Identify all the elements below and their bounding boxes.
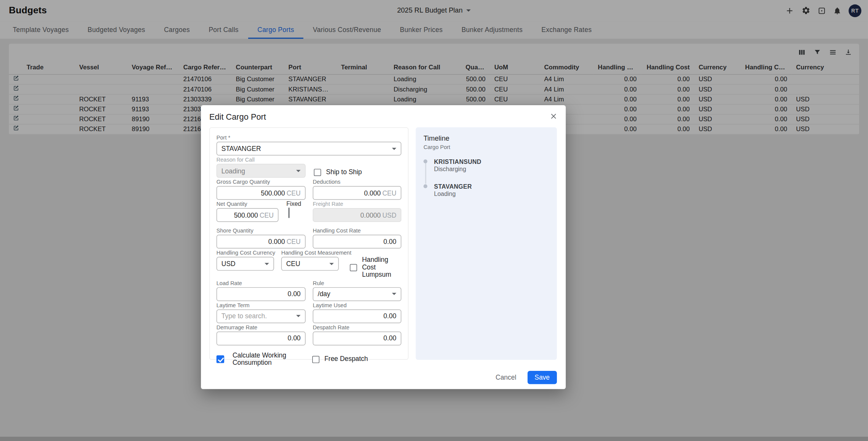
- free-despatch-label: Free Despatch: [324, 356, 368, 363]
- unit-suffix: USD: [382, 211, 396, 219]
- handling-cost-currency-label: Handling Cost Currency: [217, 250, 274, 256]
- despatch-rate-input[interactable]: 0.00: [313, 331, 401, 345]
- handling-cost-measurement-label: Handling Cost Measurement: [281, 250, 339, 256]
- handling-cost-lumpsum-label: Handling Cost Lumpsum: [362, 256, 402, 279]
- cargo-port-form: Port * STAVANGER Reason for Call Loading: [209, 127, 409, 360]
- shore-quantity-input[interactable]: 0.000CEU: [217, 235, 306, 249]
- deductions-label: Deductions: [313, 179, 401, 185]
- chevron-down-icon: [296, 315, 301, 317]
- chevron-down-icon: [296, 170, 301, 172]
- laytime-used-field: Laytime Used 0.00: [313, 302, 401, 323]
- port-label: Port *: [217, 135, 401, 141]
- gross-cargo-quantity-field: Gross Cargo Quantity 500.000CEU: [217, 179, 306, 200]
- shore-quantity-label: Shore Quantity: [217, 228, 306, 234]
- timeline-action: Discharging: [434, 165, 481, 172]
- handling-cost-lumpsum-checkbox-row: Handling Cost Lumpsum: [350, 256, 402, 279]
- unit-suffix: CEU: [287, 189, 301, 197]
- timeline-action: Loading: [434, 191, 472, 197]
- demurrage-rate-field: Demurrage Rate 0.00: [217, 324, 306, 345]
- timeline-subtitle: Cargo Port: [424, 144, 549, 150]
- load-rate-input[interactable]: 0.00: [217, 287, 306, 301]
- port-field: Port * STAVANGER: [217, 135, 401, 156]
- net-quantity-label: Net Quantity: [217, 201, 279, 207]
- demurrage-rate-input[interactable]: 0.00: [217, 331, 306, 345]
- freight-rate-label: Freight Rate: [313, 201, 401, 207]
- dialog-title: Edit Cargo Port: [209, 112, 266, 121]
- laytime-used-input[interactable]: 0.00: [313, 309, 401, 323]
- handling-cost-measurement-field: Handling Cost Measurement CEU: [281, 250, 339, 279]
- freight-rate-field: Freight Rate 0.0000USD: [313, 201, 401, 222]
- handling-cost-lumpsum-checkbox[interactable]: [350, 264, 357, 271]
- calculate-working-consumption-checkbox[interactable]: [217, 355, 224, 363]
- ship-to-ship-checkbox-row: Ship to Ship: [314, 167, 362, 178]
- gross-cargo-quantity-label: Gross Cargo Quantity: [217, 179, 306, 185]
- screen: Budgets 2025 RL Budget Plan RT Template …: [0, 0, 868, 441]
- timeline-item: KRISTIANSUND Discharging: [424, 158, 549, 172]
- timeline-item: STAVANGER Loading: [424, 183, 549, 197]
- chevron-down-icon: [392, 148, 396, 150]
- laytime-term-label: Laytime Term: [217, 302, 306, 308]
- reason-for-call-select: Loading: [217, 164, 306, 178]
- laytime-term-combobox[interactable]: Type to search.: [217, 309, 306, 323]
- net-quantity-field: Net Quantity 500.000CEU: [217, 201, 279, 222]
- timeline-panel: Timeline Cargo Port KRISTIANSUND Dischar…: [416, 127, 557, 360]
- timeline-dot-icon: [424, 184, 427, 188]
- deductions-field: Deductions 0.000CEU: [313, 179, 401, 200]
- cancel-button[interactable]: Cancel: [493, 371, 518, 383]
- free-despatch-checkbox-row: Free Despatch: [312, 352, 368, 367]
- freight-rate-input: 0.0000USD: [313, 208, 401, 222]
- chevron-down-icon: [392, 293, 396, 295]
- save-button[interactable]: Save: [527, 371, 557, 384]
- unit-suffix: CEU: [260, 211, 274, 219]
- deductions-input[interactable]: 0.000CEU: [313, 186, 401, 200]
- unit-suffix: CEU: [287, 238, 301, 245]
- ship-to-ship-label: Ship to Ship: [326, 169, 362, 176]
- handling-cost-rate-field: Handling Cost Rate 0.00: [313, 228, 401, 249]
- port-select[interactable]: STAVANGER: [217, 142, 401, 156]
- shore-quantity-field: Shore Quantity 0.000CEU: [217, 228, 306, 249]
- fixed-label: Fixed: [286, 201, 313, 207]
- timeline-port: KRISTIANSUND: [434, 158, 481, 165]
- laytime-term-field: Laytime Term Type to search.: [217, 302, 306, 323]
- calculate-working-consumption-checkbox-row: Calculate Working Consumption: [217, 352, 292, 367]
- chevron-down-icon: [265, 263, 269, 265]
- unit-suffix: CEU: [382, 189, 396, 197]
- reason-for-call-label: Reason for Call: [217, 157, 306, 163]
- load-rate-label: Load Rate: [217, 280, 306, 286]
- rule-field: Rule /day: [313, 280, 401, 301]
- edit-cargo-port-dialog: Edit Cargo Port Port * STAVANGER Reason …: [201, 105, 566, 389]
- handling-cost-rate-input[interactable]: 0.00: [313, 235, 401, 249]
- rule-select[interactable]: /day: [313, 287, 401, 301]
- rule-label: Rule: [313, 280, 401, 286]
- dialog-footer: Cancel Save: [493, 371, 557, 384]
- free-despatch-checkbox[interactable]: [312, 356, 319, 363]
- close-button[interactable]: [549, 111, 558, 121]
- fixed-field: Fixed: [279, 201, 313, 222]
- chevron-down-icon: [329, 263, 334, 265]
- calculate-working-consumption-label: Calculate Working Consumption: [233, 352, 292, 367]
- handling-cost-measurement-select[interactable]: CEU: [281, 257, 339, 271]
- reason-for-call-field: Reason for Call Loading: [217, 157, 306, 178]
- demurrage-rate-label: Demurrage Rate: [217, 324, 306, 330]
- timeline-title: Timeline: [424, 135, 549, 142]
- laytime-term-placeholder: Type to search.: [221, 312, 267, 320]
- gross-cargo-quantity-input[interactable]: 500.000CEU: [217, 186, 306, 200]
- port-value: STAVANGER: [221, 145, 261, 152]
- handling-cost-currency-field: Handling Cost Currency USD: [217, 250, 274, 279]
- timeline-dot-icon: [424, 159, 427, 163]
- handling-cost-rate-label: Handling Cost Rate: [313, 228, 401, 234]
- fixed-checkbox[interactable]: [289, 208, 290, 218]
- despatch-rate-field: Despatch Rate 0.00: [313, 324, 401, 345]
- handling-cost-currency-select[interactable]: USD: [217, 257, 274, 271]
- load-rate-field: Load Rate 0.00: [217, 280, 306, 301]
- timeline-list: KRISTIANSUND Discharging STAVANGER Loadi…: [424, 158, 549, 197]
- close-icon: [549, 112, 558, 120]
- reason-for-call-value: Loading: [221, 167, 245, 175]
- laytime-used-label: Laytime Used: [313, 302, 401, 308]
- net-quantity-input[interactable]: 500.000CEU: [217, 208, 279, 222]
- timeline-port: STAVANGER: [434, 183, 472, 190]
- despatch-rate-label: Despatch Rate: [313, 324, 401, 330]
- ship-to-ship-checkbox[interactable]: [314, 169, 321, 176]
